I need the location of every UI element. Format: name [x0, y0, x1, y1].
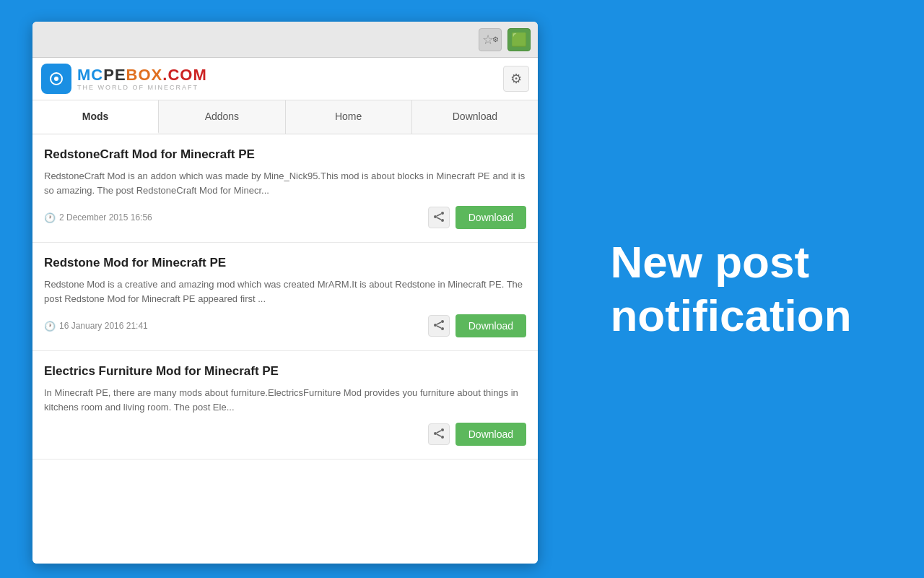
browser-window: ☆ ⚙ 🟩 MCPEBOX.COM THE WORLD OF MINECRAFT	[32, 22, 538, 564]
post-excerpt-2: Redstone Mod is a creative and amazing m…	[44, 277, 526, 306]
minecraft-extension-btn[interactable]: 🟩	[507, 28, 531, 51]
favorite-icon-btn[interactable]: ☆ ⚙	[479, 28, 502, 51]
svg-point-3	[441, 212, 444, 215]
share-button-3[interactable]	[428, 423, 450, 445]
gear-icon: ⚙	[510, 71, 522, 87]
svg-line-11	[437, 322, 441, 324]
clock-icon-2: 🕐	[44, 321, 56, 332]
svg-point-13	[441, 428, 444, 431]
browser-topbar: ☆ ⚙ 🟩	[32, 22, 538, 58]
share-icon-3	[433, 428, 445, 441]
clock-icon-1: 🕐	[44, 212, 56, 223]
tab-mods[interactable]: Mods	[32, 100, 159, 134]
notification-heading: New post notification	[610, 236, 851, 343]
settings-overlay-icon: ⚙	[492, 35, 499, 43]
site-header: MCPEBOX.COM THE WORLD OF MINECRAFT ⚙	[32, 58, 538, 100]
svg-line-6	[437, 214, 441, 216]
tab-download[interactable]: Download	[412, 100, 538, 134]
post-title-1: RedstoneCraft Mod for Minecraft PE	[44, 147, 526, 162]
share-button-1[interactable]	[428, 207, 450, 228]
svg-line-16	[437, 431, 441, 433]
notification-panel: New post notification	[538, 207, 924, 372]
svg-point-14	[434, 432, 437, 435]
tab-home[interactable]: Home	[286, 100, 412, 134]
post-date-1: 🕐 2 December 2015 16:56	[44, 212, 152, 223]
svg-line-7	[437, 217, 441, 220]
share-button-2[interactable]	[428, 315, 450, 337]
download-button-1[interactable]: Download	[456, 206, 526, 229]
post-actions-2: Download	[428, 314, 526, 337]
post-title-2: Redstone Mod for Minecraft PE	[44, 256, 526, 270]
post-footer-3: Download	[44, 423, 526, 446]
svg-point-8	[441, 320, 444, 323]
nav-tabs: Mods Addons Home Download	[32, 100, 538, 134]
post-footer-1: 🕐 2 December 2015 16:56	[44, 206, 526, 229]
download-button-2[interactable]: Download	[456, 314, 526, 337]
svg-point-4	[434, 215, 437, 218]
post-card-3: Electrics Furniture Mod for Minecraft PE…	[32, 351, 538, 460]
post-actions-1: Download	[428, 206, 526, 229]
share-icon-2	[433, 319, 445, 333]
post-date-2: 🕐 16 January 2016 21:41	[44, 321, 148, 332]
svg-point-9	[434, 324, 437, 327]
tab-addons[interactable]: Addons	[159, 100, 285, 134]
post-actions-3: Download	[428, 423, 526, 446]
logo-title: MCPEBOX.COM	[77, 66, 207, 84]
notification-line1: New post	[610, 236, 851, 289]
date-text-1: 2 December 2015 16:56	[59, 212, 152, 223]
logo-icon	[41, 64, 71, 94]
post-footer-2: 🕐 16 January 2016 21:41	[44, 314, 526, 337]
logo-subtitle: THE WORLD OF MINECRAFT	[77, 84, 207, 91]
post-card-2: Redstone Mod for Minecraft PE Redstone M…	[32, 243, 538, 351]
svg-point-5	[441, 219, 444, 222]
date-text-2: 16 January 2016 21:41	[59, 321, 148, 331]
site-logo: MCPEBOX.COM THE WORLD OF MINECRAFT	[41, 64, 207, 94]
svg-point-15	[441, 436, 444, 439]
svg-point-10	[441, 327, 444, 330]
minecraft-icon: 🟩	[511, 32, 527, 48]
post-excerpt-1: RedstoneCraft Mod is an addon which was …	[44, 169, 526, 197]
svg-point-2	[54, 77, 58, 81]
settings-button[interactable]: ⚙	[503, 66, 529, 92]
post-title-3: Electrics Furniture Mod for Minecraft PE	[44, 364, 526, 379]
download-button-3[interactable]: Download	[456, 423, 526, 446]
svg-line-17	[437, 434, 441, 436]
share-icon-1	[433, 211, 445, 225]
post-card-1: RedstoneCraft Mod for Minecraft PE Redst…	[32, 134, 538, 243]
content-area[interactable]: RedstoneCraft Mod for Minecraft PE Redst…	[32, 134, 538, 564]
post-excerpt-3: In Minecraft PE, there are many mods abo…	[44, 386, 526, 414]
logo-text-block: MCPEBOX.COM THE WORLD OF MINECRAFT	[77, 66, 207, 91]
notification-line2: notification	[610, 289, 851, 342]
svg-line-12	[437, 326, 441, 328]
